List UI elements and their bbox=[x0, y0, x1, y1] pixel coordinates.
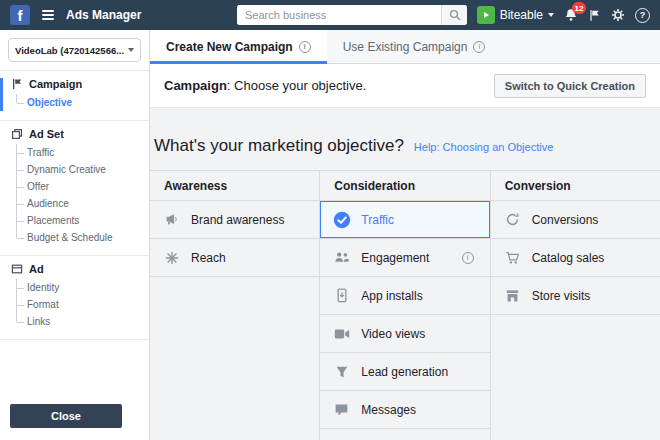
objective-traffic[interactable]: Traffic bbox=[320, 201, 489, 239]
objective-brand-awareness[interactable]: Brand awareness bbox=[150, 201, 319, 239]
topbar-right-cluster: Biteable 12 ? bbox=[477, 6, 650, 24]
sidebar-item-links[interactable]: Links bbox=[17, 313, 139, 330]
megaphone-icon bbox=[162, 212, 181, 227]
messages-icon bbox=[332, 403, 351, 417]
wizard-steps: CampaignObjectiveAd SetTrafficDynamic Cr… bbox=[0, 71, 149, 340]
step-items: Objective bbox=[16, 94, 139, 111]
biteable-logo bbox=[477, 6, 495, 24]
tab-create-new-campaign[interactable]: Create New Campaign i bbox=[150, 30, 327, 63]
step-ad: AdIdentityFormatLinks bbox=[0, 256, 149, 340]
column-header-consideration: Consideration bbox=[320, 171, 489, 201]
step-label: Ad bbox=[29, 263, 44, 275]
objective-label: Conversions bbox=[532, 213, 599, 227]
sidebar-item-format[interactable]: Format bbox=[17, 296, 139, 313]
search-input[interactable] bbox=[237, 5, 441, 25]
sidebar-item-traffic[interactable]: Traffic bbox=[17, 144, 139, 161]
ad-account-selector[interactable]: VideoLab (4720142566... bbox=[8, 38, 141, 62]
hamburger-icon[interactable] bbox=[40, 8, 56, 22]
video-views-icon bbox=[332, 328, 351, 340]
traffic-check-icon bbox=[332, 211, 351, 229]
sidebar-item-identity[interactable]: Identity bbox=[17, 279, 139, 296]
sidebar-item-budget-schedule[interactable]: Budget & Schedule bbox=[17, 229, 139, 246]
app-title: Ads Manager bbox=[66, 8, 141, 22]
step-head-ad-set[interactable]: Ad Set bbox=[10, 128, 139, 140]
account-menu[interactable]: Biteable bbox=[477, 6, 554, 24]
close-button[interactable]: Close bbox=[10, 404, 122, 428]
store-visits-icon bbox=[503, 289, 522, 303]
ad-account-name: VideoLab (4720142566... bbox=[15, 45, 124, 56]
chevron-down-icon bbox=[128, 48, 134, 52]
step-ad-set: Ad SetTrafficDynamic CreativeOfferAudien… bbox=[0, 121, 149, 256]
help-choosing-objective-link[interactable]: Help: Choosing an Objective bbox=[414, 141, 553, 153]
ad-icon bbox=[10, 263, 23, 275]
step-head-ad[interactable]: Ad bbox=[10, 263, 139, 275]
tab-label: Use Existing Campaign bbox=[343, 40, 468, 54]
main-content: Create New Campaign i Use Existing Campa… bbox=[150, 30, 660, 440]
tab-use-existing-campaign[interactable]: Use Existing Campaign i bbox=[327, 30, 502, 63]
column-header-awareness: Awareness bbox=[150, 171, 319, 201]
facebook-logo[interactable]: f bbox=[10, 5, 30, 25]
objective-messages[interactable]: Messages bbox=[320, 391, 489, 429]
objective-label: Traffic bbox=[361, 213, 394, 227]
objective-conversions[interactable]: Conversions bbox=[491, 201, 660, 239]
objective-label: Messages bbox=[361, 403, 416, 417]
objective-label: App installs bbox=[361, 289, 422, 303]
objective-reach[interactable]: Reach bbox=[150, 239, 319, 277]
objective-app-installs[interactable]: App installs bbox=[320, 277, 489, 315]
help-icon[interactable]: ? bbox=[635, 8, 650, 23]
gear-icon[interactable] bbox=[611, 8, 625, 22]
objective-section: What's your marketing objective? Help: C… bbox=[150, 108, 660, 440]
objective-engagement[interactable]: Engagementi bbox=[320, 239, 489, 277]
notification-badge: 12 bbox=[572, 2, 586, 14]
notifications-button[interactable]: 12 bbox=[564, 8, 578, 22]
search-button[interactable] bbox=[441, 5, 467, 25]
info-icon[interactable]: i bbox=[462, 252, 474, 264]
objective-label: Brand awareness bbox=[191, 213, 284, 227]
step-campaign: CampaignObjective bbox=[0, 71, 149, 121]
column-header-conversion: Conversion bbox=[491, 171, 660, 201]
campaign-instruction-rest: : Choose your objective. bbox=[227, 78, 366, 93]
sidebar-item-offer[interactable]: Offer bbox=[17, 178, 139, 195]
objective-lead-generation[interactable]: Lead generation bbox=[320, 353, 489, 391]
lead-generation-icon bbox=[332, 365, 351, 379]
switch-to-quick-creation-button[interactable]: Switch to Quick Creation bbox=[494, 74, 646, 98]
engagement-icon bbox=[332, 250, 351, 265]
info-icon[interactable]: i bbox=[473, 41, 485, 53]
campaign-header: Campaign: Choose your objective. Switch … bbox=[150, 64, 660, 108]
sidebar-item-objective[interactable]: Objective bbox=[17, 94, 139, 111]
tab-label: Create New Campaign bbox=[166, 40, 293, 54]
objective-column-conversion: ConversionConversionsCatalog salesStore … bbox=[491, 171, 660, 440]
chevron-down-icon bbox=[548, 13, 554, 17]
campaign-instruction: Campaign: Choose your objective. bbox=[164, 78, 366, 93]
flag-icon[interactable] bbox=[588, 9, 601, 22]
reach-icon bbox=[162, 251, 181, 265]
objective-catalog-sales[interactable]: Catalog sales bbox=[491, 239, 660, 277]
account-name: Biteable bbox=[500, 8, 543, 22]
catalog-sales-icon bbox=[503, 251, 522, 265]
info-icon[interactable]: i bbox=[299, 41, 311, 53]
objective-label: Catalog sales bbox=[532, 251, 605, 265]
objective-heading: What's your marketing objective? bbox=[154, 136, 404, 156]
step-items: IdentityFormatLinks bbox=[16, 279, 139, 330]
objective-column-consideration: ConsiderationTrafficEngagementiApp insta… bbox=[320, 171, 490, 440]
objective-label: Store visits bbox=[532, 289, 591, 303]
campaign-tabs: Create New Campaign i Use Existing Campa… bbox=[150, 30, 660, 64]
objective-label: Video views bbox=[361, 327, 425, 341]
step-label: Ad Set bbox=[29, 128, 64, 140]
objective-column-awareness: AwarenessBrand awarenessReach bbox=[150, 171, 320, 440]
search-icon bbox=[449, 9, 461, 21]
adset-icon bbox=[10, 128, 23, 140]
objective-video-views[interactable]: Video views bbox=[320, 315, 489, 353]
step-head-campaign[interactable]: Campaign bbox=[10, 78, 139, 90]
objective-columns: AwarenessBrand awarenessReachConsiderati… bbox=[150, 170, 660, 440]
sidebar-item-placements[interactable]: Placements bbox=[17, 212, 139, 229]
objective-label: Reach bbox=[191, 251, 226, 265]
objective-head: What's your marketing objective? Help: C… bbox=[150, 136, 660, 170]
sidebar-item-dynamic-creative[interactable]: Dynamic Creative bbox=[17, 161, 139, 178]
objective-store-visits[interactable]: Store visits bbox=[491, 277, 660, 315]
sidebar-item-audience[interactable]: Audience bbox=[17, 195, 139, 212]
campaign-icon bbox=[10, 78, 23, 90]
search-bar bbox=[237, 5, 467, 25]
conversions-icon bbox=[503, 212, 522, 227]
ads-manager-window: f Ads Manager Biteable bbox=[0, 0, 660, 440]
